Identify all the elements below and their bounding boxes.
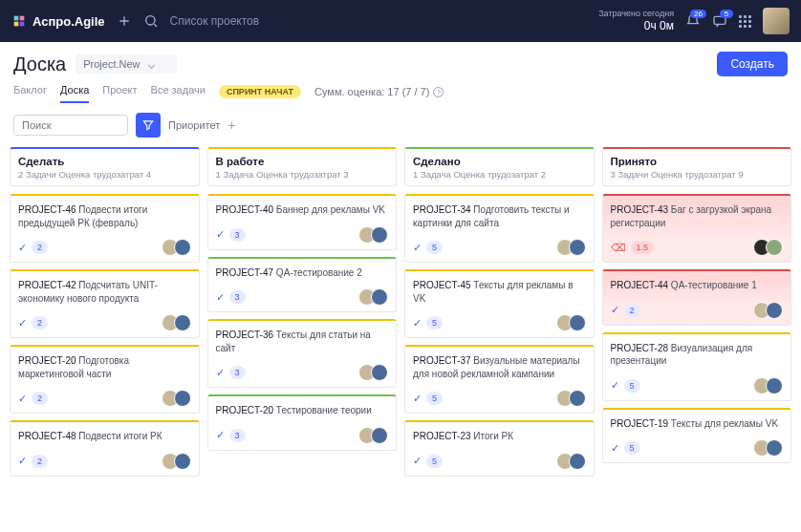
avatar[interactable]	[766, 439, 783, 457]
avatar[interactable]	[371, 288, 388, 306]
task-card[interactable]: PROJECT-46 Подвести итоги предыдущей РК …	[10, 194, 200, 263]
apps-grid-icon[interactable]	[739, 15, 751, 28]
estimate-chip: 5	[426, 316, 443, 330]
filter-button[interactable]	[136, 113, 161, 138]
task-footer: ✓3	[216, 288, 389, 306]
avatar[interactable]	[766, 239, 783, 256]
assignee-avatars	[358, 226, 388, 244]
task-card[interactable]: PROJECT-48 Подвести итоги РК✓2	[10, 420, 200, 477]
task-card[interactable]: PROJECT-40 Баннер для рекламы VK✓3	[207, 194, 398, 250]
tab-project[interactable]: Проект	[102, 80, 137, 103]
search-icon[interactable]	[143, 13, 159, 29]
tab-board[interactable]: Доска	[60, 80, 89, 103]
task-key: PROJECT-45	[413, 280, 473, 290]
assignee-avatars	[753, 439, 783, 457]
estimate-summary: Сумм. оценка: 17 (7 / 7) ?	[314, 86, 444, 97]
assignee-avatars	[753, 377, 783, 394]
task-title: PROJECT-40 Баннер для рекламы VK	[216, 203, 389, 217]
column-title: Принято	[611, 156, 784, 167]
avatar[interactable]	[174, 314, 191, 331]
column-title: Сделать	[18, 156, 191, 167]
notifications-badge: 26	[690, 10, 706, 18]
task-footer: ✓2	[18, 314, 191, 331]
avatar[interactable]	[569, 314, 586, 331]
task-title: PROJECT-36 Тексты для статьи на сайт	[216, 329, 389, 354]
avatar[interactable]	[174, 390, 191, 407]
column-header[interactable]: Принято3 Задачи Оценка трудозатрат 9	[602, 147, 792, 186]
assignee-avatars	[358, 288, 388, 306]
page-title: Доска	[13, 53, 66, 75]
avatar[interactable]	[371, 364, 388, 381]
messages-badge: 5	[720, 10, 733, 18]
info-icon[interactable]: ?	[433, 87, 444, 97]
task-title: PROJECT-34 Подготовить тексты и картинки…	[413, 203, 586, 229]
time-tracked-block: Затрачено сегодня 0ч 0м	[598, 9, 674, 32]
avatar[interactable]	[569, 453, 586, 470]
task-card[interactable]: PROJECT-43 Баг с загрузкой экрана регист…	[602, 194, 792, 263]
column-title: В работе	[216, 156, 389, 167]
estimate-chip: 5	[624, 441, 640, 455]
add-filter-icon[interactable]: +	[227, 117, 235, 133]
estimate-chip: 2	[624, 304, 640, 317]
assignee-avatars	[162, 239, 191, 256]
task-key: PROJECT-40	[216, 204, 276, 215]
estimate-chip: 5	[426, 455, 443, 468]
avatar[interactable]	[766, 302, 783, 319]
task-footer: ✓5	[611, 439, 784, 457]
user-avatar[interactable]	[763, 8, 790, 34]
column-cards: PROJECT-43 Баг с загрузкой экрана регист…	[602, 194, 792, 463]
filter-row: Приоритет +	[0, 109, 801, 147]
task-card[interactable]: PROJECT-28 Визуализация для презентации✓…	[602, 332, 792, 401]
add-icon[interactable]	[117, 13, 132, 29]
app-logo[interactable]: Аспро.Agile	[11, 13, 105, 29]
task-card[interactable]: PROJECT-45 Тексты для рекламы в VK✓5	[404, 269, 595, 338]
task-key: PROJECT-42	[18, 280, 78, 290]
task-footer: ✓5	[413, 453, 586, 470]
task-card[interactable]: PROJECT-34 Подготовить тексты и картинки…	[404, 194, 595, 263]
task-card[interactable]: PROJECT-44 QA-тестирование 1✓2	[602, 269, 792, 326]
messages-icon[interactable]: 5	[712, 13, 727, 29]
task-footer: ✓3	[216, 226, 389, 244]
task-card[interactable]: PROJECT-20 Тестирование теории✓3	[207, 394, 398, 451]
avatar[interactable]	[569, 390, 586, 407]
task-footer: ✓5	[611, 377, 784, 394]
check-icon: ✓	[216, 291, 225, 304]
chevron-down-icon	[148, 62, 155, 69]
avatar[interactable]	[174, 239, 191, 256]
create-button[interactable]: Создать	[717, 52, 788, 76]
search-input[interactable]	[13, 115, 128, 136]
task-card[interactable]: PROJECT-42 Подсчитать UNIT-экономику нов…	[10, 269, 200, 338]
project-select[interactable]: Project.New	[76, 54, 176, 74]
tab-backlog[interactable]: Баклог	[13, 80, 47, 103]
task-card[interactable]: PROJECT-36 Тексты для статьи на сайт✓3	[207, 319, 398, 388]
column-header[interactable]: Сделано1 Задача Оценка трудозатрат 2	[404, 147, 595, 186]
task-key: PROJECT-46	[18, 204, 78, 215]
avatar[interactable]	[371, 427, 388, 444]
task-title: PROJECT-37 Визуальные материалы для ново…	[413, 354, 586, 380]
avatar[interactable]	[766, 377, 783, 394]
task-title: PROJECT-28 Визуализация для презентации	[611, 342, 784, 368]
task-card[interactable]: PROJECT-19 Тексты для рекламы VK✓5	[602, 408, 792, 464]
assignee-avatars	[358, 364, 388, 381]
notifications-icon[interactable]: 26	[685, 13, 701, 29]
tab-all-tasks[interactable]: Все задачи	[151, 80, 206, 103]
avatar[interactable]	[569, 239, 586, 256]
priority-filter-label[interactable]: Приоритет	[168, 119, 220, 131]
time-tracked-value: 0ч 0м	[598, 19, 674, 32]
task-title: PROJECT-44 QA-тестирование 1	[611, 279, 784, 292]
column-cards: PROJECT-34 Подготовить тексты и картинки…	[404, 194, 595, 477]
column-header[interactable]: В работе1 Задача Оценка трудозатрат 3	[207, 147, 398, 186]
task-card[interactable]: PROJECT-37 Визуальные материалы для ново…	[404, 345, 595, 414]
task-card[interactable]: PROJECT-23 Итоги РК✓5	[404, 420, 595, 477]
task-card[interactable]: PROJECT-20 Подготовка маркетинговой част…	[10, 345, 200, 414]
avatar[interactable]	[371, 226, 388, 244]
column-meta: 2 Задачи Оценка трудозатрат 4	[18, 169, 191, 180]
avatar[interactable]	[174, 453, 191, 470]
estimate-chip: 2	[32, 455, 48, 468]
search-projects-label[interactable]: Список проектов	[170, 14, 260, 28]
task-key: PROJECT-37	[413, 355, 473, 366]
task-key: PROJECT-44	[611, 280, 671, 290]
check-icon: ✓	[413, 317, 422, 330]
column-header[interactable]: Сделать2 Задачи Оценка трудозатрат 4	[10, 147, 200, 186]
task-card[interactable]: PROJECT-47 QA-тестирование 2✓3	[207, 257, 398, 313]
